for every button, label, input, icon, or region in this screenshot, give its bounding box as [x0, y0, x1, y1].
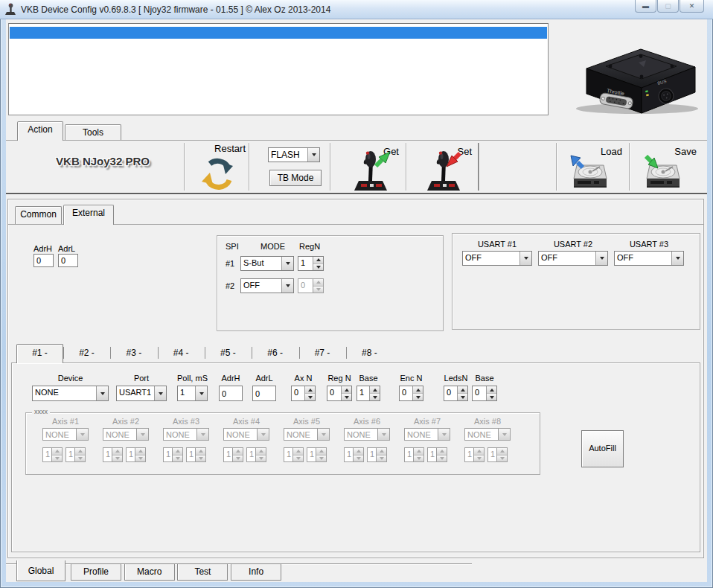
device-hid-description: : HID-совместимый игровой контроллер: [306, 51, 499, 63]
axis-device-select: NONE: [103, 428, 149, 441]
adrh-input[interactable]: [33, 254, 54, 267]
arrow-up-icon: [78, 450, 83, 453]
spin-up-button[interactable]: [313, 257, 323, 264]
spin-up-button[interactable]: [370, 386, 380, 394]
spi2-mode-select[interactable]: OFF: [240, 278, 294, 293]
bottom-tab[interactable]: Profile: [71, 564, 121, 581]
usart-select[interactable]: OFF: [614, 251, 684, 266]
ledsn-stepper[interactable]: 0: [444, 386, 468, 401]
spin-down-button[interactable]: [313, 264, 323, 271]
tab-tools[interactable]: Tools: [65, 124, 121, 140]
adrh-input[interactable]: [219, 386, 243, 401]
autofill-button[interactable]: AutoFill: [581, 430, 624, 467]
axis-label: Axis #7: [397, 417, 458, 426]
axis-label: Axis #6: [336, 417, 397, 426]
spin-down-button[interactable]: [342, 394, 351, 400]
device-subtab[interactable]: #8 -: [346, 346, 393, 361]
encn-stepper[interactable]: 0: [399, 386, 423, 401]
arrow-down-icon: [296, 457, 301, 460]
device-subtab[interactable]: #5 -: [205, 346, 252, 361]
device-select[interactable]: NONE: [32, 386, 109, 401]
dropdown-button[interactable]: [154, 386, 166, 400]
bottom-tab[interactable]: Info: [231, 564, 281, 581]
dropdown-button[interactable]: [595, 252, 607, 265]
spin-down-button: [474, 456, 484, 462]
spin-up-button[interactable]: [487, 386, 496, 394]
spin-up-button[interactable]: [342, 386, 351, 394]
spin-down-button[interactable]: [487, 394, 496, 400]
tab-common[interactable]: Common: [15, 206, 62, 224]
axes-group-title: xxxx: [32, 408, 50, 415]
poll-select[interactable]: 1: [177, 386, 208, 401]
arrow-down-icon: [373, 396, 377, 399]
memory-mode-select[interactable]: FLASH: [268, 147, 320, 162]
axis-device-select: NONE: [42, 428, 89, 441]
axis-label: Axis #4: [216, 417, 277, 426]
dropdown-button[interactable]: [281, 257, 293, 270]
adrl-input[interactable]: [58, 254, 78, 267]
adrl-input[interactable]: [252, 386, 276, 401]
spi1-regn-stepper[interactable]: 1: [298, 256, 324, 271]
port-select[interactable]: USART1: [116, 386, 167, 401]
spi1-mode-select[interactable]: S-But: [240, 256, 294, 271]
spin-down-button: [52, 456, 62, 462]
adrh-label: AdrH: [33, 244, 52, 253]
dropdown-button[interactable]: [96, 386, 108, 400]
spin-up-button: [112, 448, 122, 456]
spin-down-button: [414, 456, 423, 462]
dropdown-button: [438, 429, 450, 440]
arrow-down-icon: [308, 396, 313, 399]
tab-external[interactable]: External: [63, 205, 114, 225]
axis-stepper-2: 1: [427, 447, 447, 462]
spin-down-button[interactable]: [370, 394, 380, 400]
usart-select[interactable]: OFF: [462, 251, 532, 266]
spin-down-button[interactable]: [458, 394, 467, 400]
axn-stepper[interactable]: 0: [291, 386, 316, 401]
bottom-tab[interactable]: Test: [177, 564, 228, 581]
dropdown-button[interactable]: [671, 252, 683, 265]
arrow-down-icon: [322, 433, 326, 436]
arrow-up-icon: [316, 258, 321, 261]
bottom-tab[interactable]: Macro: [124, 564, 175, 581]
spin-up-button[interactable]: [458, 386, 467, 394]
set-button[interactable]: Set: [411, 141, 476, 194]
arrow-up-icon: [380, 450, 384, 453]
arrow-down-icon: [345, 396, 349, 399]
save-button[interactable]: Save: [633, 141, 701, 194]
usart-select[interactable]: OFF: [538, 251, 608, 266]
minimize-button[interactable]: ▬: [635, 0, 656, 13]
tab-action[interactable]: Action: [17, 121, 63, 141]
device-info-row[interactable]: VKB Throttle BOX v1.589 : HID-совместимы…: [10, 27, 547, 39]
axis-stepper-2: 1: [367, 447, 387, 462]
device-subtab[interactable]: #6 -: [252, 346, 298, 361]
device-photo: Throttle BUS: [564, 31, 706, 117]
device-subtab[interactable]: #3 -: [110, 346, 157, 361]
device-info-panel: VKB Throttle BOX v1.589 : HID-совместимы…: [8, 23, 549, 115]
base1-stepper[interactable]: 1: [356, 386, 380, 401]
load-button[interactable]: Load: [560, 141, 627, 194]
dropdown-button[interactable]: [195, 386, 207, 400]
spin-up-button[interactable]: [413, 386, 423, 394]
dropdown-button[interactable]: [281, 279, 293, 293]
device-subtab[interactable]: #2 -: [63, 346, 110, 361]
close-button[interactable]: ✕: [680, 0, 704, 13]
base2-stepper[interactable]: 0: [472, 386, 497, 401]
spin-down-button[interactable]: [305, 394, 315, 400]
tb-mode-button[interactable]: TB Mode: [269, 170, 322, 186]
usart-label: USART #3: [614, 240, 684, 249]
arrow-up-icon: [500, 450, 505, 453]
device-subtab[interactable]: #4 -: [158, 346, 205, 361]
base2-field: Base 0: [472, 374, 497, 405]
restart-button[interactable]: Restart: [194, 141, 247, 192]
spin-up-button[interactable]: [305, 386, 315, 394]
get-button[interactable]: Get: [336, 141, 403, 194]
dropdown-button[interactable]: [307, 148, 319, 162]
dropdown-button[interactable]: [519, 252, 531, 265]
arrow-down-icon: [676, 257, 680, 260]
device-subtab-active[interactable]: #1 -: [16, 344, 63, 363]
axis-stepper-2: 1: [246, 447, 266, 462]
spin-down-button[interactable]: [413, 394, 423, 400]
bottom-tab-global[interactable]: Global: [16, 560, 65, 581]
regn-stepper[interactable]: 0: [327, 386, 352, 401]
device-subtab[interactable]: #7 -: [299, 346, 346, 361]
